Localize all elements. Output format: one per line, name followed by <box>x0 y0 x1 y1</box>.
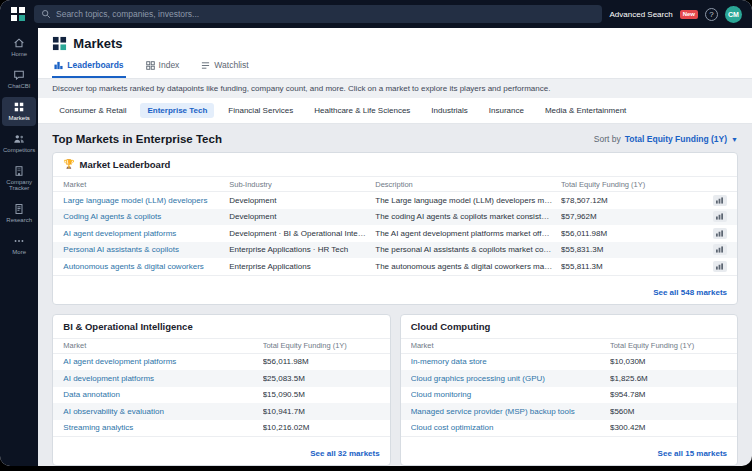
index-grid-icon <box>146 61 155 70</box>
tab-index[interactable]: Index <box>144 56 182 78</box>
sidebar-item-research[interactable]: Research <box>2 199 36 228</box>
sort-by-label: Sort by <box>594 134 621 144</box>
column-header: Description <box>375 180 561 189</box>
app-shell: Home ChatCBI Markets Competitors Company… <box>0 28 752 466</box>
page-header: Markets Leaderboards Index Watchlist <box>38 28 752 98</box>
sidebar: Home ChatCBI Markets Competitors Company… <box>0 28 38 466</box>
description-cell: The autonomous agents & digital coworker… <box>375 262 561 271</box>
market-link[interactable]: Streaming analytics <box>63 423 262 432</box>
card-title: Market Leaderboard <box>80 159 171 170</box>
advanced-search-link[interactable]: Advanced Search <box>610 10 673 19</box>
funding-value: $10,216.02M <box>263 423 380 432</box>
category-tab-consumer-retail[interactable]: Consumer & Retail <box>52 103 133 118</box>
sidebar-item-label: Research <box>6 217 32 224</box>
table-row: Managed service provider (MSP) backup to… <box>401 403 737 420</box>
sub-industry-cell: Development · BI & Operational Intellige… <box>229 229 375 238</box>
market-link[interactable]: Data annotation <box>63 390 262 399</box>
funding-value: $57,962M <box>561 212 597 221</box>
market-link[interactable]: Personal AI assistants & copilots <box>63 245 229 254</box>
category-tabs: Consumer & Retail Enterprise Tech Financ… <box>38 98 752 124</box>
market-link[interactable]: Coding AI agents & copilots <box>63 212 229 221</box>
sidebar-item-label: Markets <box>9 115 30 122</box>
bi-operational-intelligence-card: BI & Operational Intelligence Market Tot… <box>52 314 390 467</box>
sub-industry-cell: Development <box>229 196 375 205</box>
sidebar-item-label: Home <box>11 51 27 58</box>
tab-watchlist[interactable]: Watchlist <box>199 56 250 78</box>
sidebar-item-more[interactable]: More <box>2 231 36 260</box>
chevron-down-icon: ▼ <box>731 136 738 143</box>
cb-insights-logo[interactable] <box>10 6 26 22</box>
market-link[interactable]: AI agent development platforms <box>63 229 229 238</box>
sidebar-item-markets[interactable]: Markets <box>2 97 36 126</box>
funding-value: $300.42M <box>610 423 727 432</box>
table-row: Coding AI agents & copilots Development … <box>53 209 737 226</box>
funding-value: $55,831.3M <box>561 245 603 254</box>
funding-value: $560M <box>610 407 727 416</box>
ellipsis-icon <box>13 235 25 247</box>
funding-value: $10,941.7M <box>263 407 380 416</box>
sidebar-item-competitors[interactable]: Competitors <box>2 129 36 158</box>
description-cell: The coding AI agents & copilots market c… <box>375 212 561 221</box>
sort-by-value: Total Equity Funding (1Y) <box>625 134 727 144</box>
funding-value: $56,011.98M <box>263 357 380 366</box>
description-cell: The AI agent development platforms marke… <box>375 229 561 238</box>
see-all-markets-link[interactable]: See all 32 markets <box>310 449 379 458</box>
funding-value: $1,825.6M <box>610 374 727 383</box>
funding-chart-button[interactable] <box>713 228 727 239</box>
market-link[interactable]: AI observability & evaluation <box>63 407 262 416</box>
funding-chart-button[interactable] <box>713 244 727 255</box>
column-header: Total Equity Funding (1Y) <box>610 341 727 350</box>
market-link[interactable]: Cloud graphics processing unit (GPU) <box>411 374 610 383</box>
table-row: Large language model (LLM) developers De… <box>53 192 737 209</box>
funding-cell: $57,962M <box>561 211 727 222</box>
sort-by-dropdown[interactable]: Sort by Total Equity Funding (1Y) ▼ <box>594 134 738 144</box>
help-icon[interactable]: ? <box>705 8 718 21</box>
tab-label: Watchlist <box>214 60 248 70</box>
sidebar-item-label: More <box>12 249 26 256</box>
market-link[interactable]: Managed service provider (MSP) backup to… <box>411 407 610 416</box>
category-tab-media-entertainment[interactable]: Media & Entertainment <box>538 103 633 118</box>
category-tab-financial-services[interactable]: Financial Services <box>221 103 300 118</box>
column-header: Market <box>63 341 262 350</box>
category-tab-industrials[interactable]: Industrials <box>424 103 474 118</box>
markets-page-icon <box>52 36 67 51</box>
tab-leaderboards[interactable]: Leaderboards <box>52 56 125 78</box>
market-link[interactable]: Large language model (LLM) developers <box>63 196 229 205</box>
sub-industry-cell: Enterprise Applications · HR Tech <box>229 245 375 254</box>
page-description: Discover top markets ranked by datapoint… <box>38 79 752 98</box>
market-link[interactable]: AI agent development platforms <box>63 357 262 366</box>
category-tab-healthcare[interactable]: Healthcare & Life Sciences <box>307 103 417 118</box>
category-tab-insurance[interactable]: Insurance <box>482 103 531 118</box>
see-all-markets-link[interactable]: See all 15 markets <box>658 449 727 458</box>
leaderboard-icon <box>54 61 63 70</box>
cloud-computing-card: Cloud Computing Market Total Equity Fund… <box>400 314 738 467</box>
main-area: Markets Leaderboards Index Watchlist <box>38 28 752 466</box>
funding-cell: $78,507.12M <box>561 195 727 206</box>
funding-value: $55,811.3M <box>561 262 603 271</box>
sidebar-item-company-tracker[interactable]: Company Tracker <box>2 161 36 197</box>
market-link[interactable]: Cloud cost optimization <box>411 423 610 432</box>
table-row: Data annotation $15,090.5M <box>53 387 389 404</box>
sidebar-item-chatcbi[interactable]: ChatCBI <box>2 65 36 94</box>
market-link[interactable]: AI development platforms <box>63 374 262 383</box>
market-leaderboard-card: 🏆 Market Leaderboard Market Sub-Industry… <box>52 152 738 305</box>
search-input[interactable] <box>56 9 595 19</box>
market-link[interactable]: Autonomous agents & digital coworkers <box>63 262 229 271</box>
see-all-markets-link[interactable]: See all 548 markets <box>653 288 727 297</box>
funding-chart-button[interactable] <box>713 195 727 206</box>
market-link[interactable]: In-memory data store <box>411 357 610 366</box>
avatar[interactable]: CM <box>725 6 742 23</box>
markets-grid-icon <box>13 101 25 113</box>
market-link[interactable]: Cloud monitoring <box>411 390 610 399</box>
category-tab-enterprise-tech[interactable]: Enterprise Tech <box>140 103 214 118</box>
content-area: Top Markets in Enterprise Tech Sort by T… <box>38 124 752 466</box>
new-badge: New <box>680 10 698 19</box>
funding-chart-button[interactable] <box>713 211 727 222</box>
sidebar-item-home[interactable]: Home <box>2 33 36 62</box>
sidebar-item-label: Company Tracker <box>3 179 35 193</box>
sub-industry-cell: Development <box>229 212 375 221</box>
table-header-row: Market Total Equity Funding (1Y) <box>401 339 737 354</box>
funding-value: $10,030M <box>610 357 727 366</box>
funding-chart-button[interactable] <box>713 261 727 272</box>
tab-label: Index <box>159 60 180 70</box>
